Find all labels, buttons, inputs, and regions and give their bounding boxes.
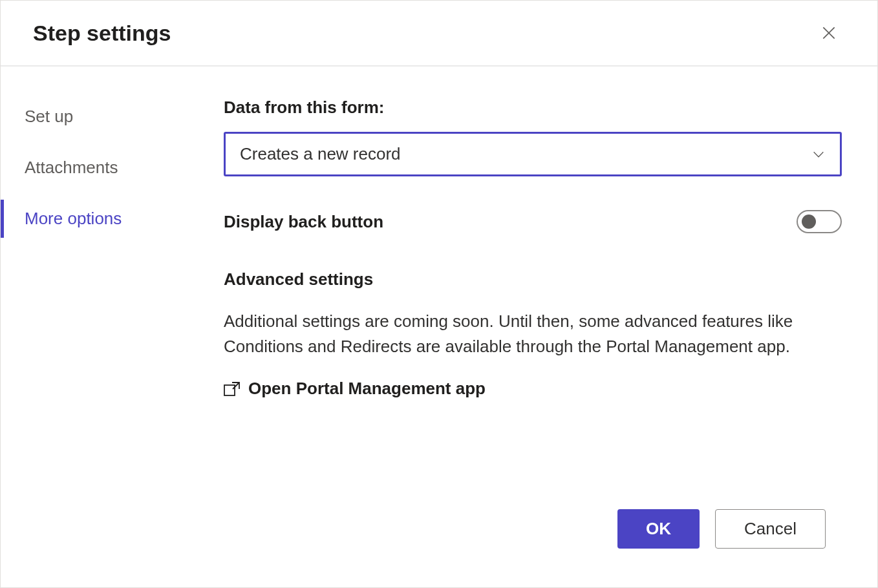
data-from-form-label: Data from this form: [224,98,842,118]
svg-line-3 [233,383,239,389]
sidebar-item-label: Attachments [25,158,118,177]
dialog-title: Step settings [33,21,171,46]
step-settings-dialog: Step settings Set up Attachments More op… [0,0,878,588]
sidebar: Set up Attachments More options [1,98,224,509]
sidebar-item-more-options[interactable]: More options [1,200,211,238]
select-value: Creates a new record [240,144,401,164]
dialog-body: Set up Attachments More options Data fro… [1,67,877,509]
close-button[interactable] [816,20,842,46]
close-icon [820,25,837,41]
advanced-settings-heading: Advanced settings [224,269,842,289]
toggle-knob [802,215,816,229]
open-portal-management-link[interactable]: Open Portal Management app [224,379,842,399]
main-panel: Data from this form: Creates a new recor… [224,98,877,509]
display-back-button-label: Display back button [224,212,383,232]
cancel-button[interactable]: Cancel [715,509,826,549]
sidebar-item-setup[interactable]: Set up [1,98,211,136]
display-back-button-toggle[interactable] [797,210,842,233]
svg-rect-2 [224,385,235,395]
data-from-form-select[interactable]: Creates a new record [224,132,842,176]
chevron-down-icon [811,147,826,162]
dialog-footer: OK Cancel [1,509,877,587]
sidebar-item-label: Set up [25,107,73,126]
display-back-button-row: Display back button [224,210,842,233]
sidebar-item-label: More options [25,209,122,228]
sidebar-item-attachments[interactable]: Attachments [1,149,211,187]
dialog-header: Step settings [1,1,877,67]
external-link-label: Open Portal Management app [248,379,486,399]
ok-button[interactable]: OK [617,509,700,549]
advanced-settings-description: Additional settings are coming soon. Unt… [224,309,842,359]
external-link-icon [224,381,241,397]
